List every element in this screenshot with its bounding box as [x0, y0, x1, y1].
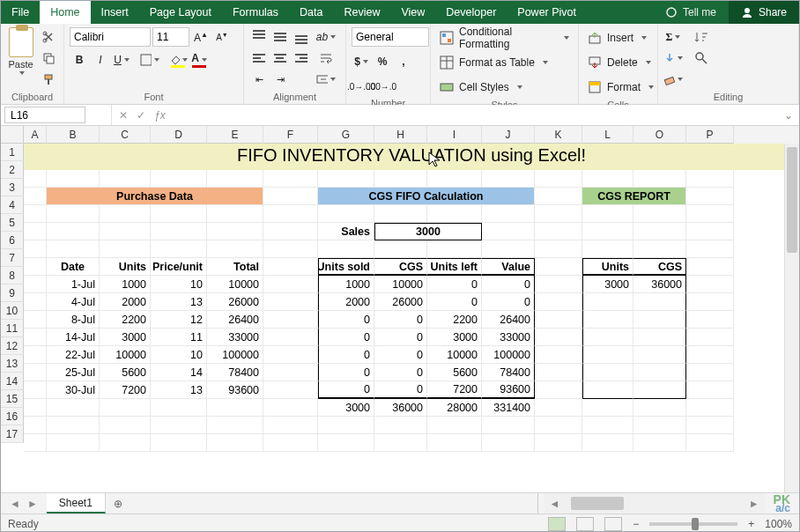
cell[interactable]: [535, 381, 582, 399]
cell[interactable]: [686, 329, 734, 346]
cell[interactable]: [263, 417, 318, 434]
cell[interactable]: 0: [374, 329, 427, 346]
format-painter-button[interactable]: [39, 70, 58, 89]
cell[interactable]: [633, 223, 686, 240]
cell[interactable]: [207, 417, 263, 434]
cell[interactable]: [47, 417, 100, 434]
cell[interactable]: [535, 170, 582, 188]
row-header-17[interactable]: 17: [1, 425, 24, 443]
cell[interactable]: 26400: [207, 311, 263, 329]
cell[interactable]: Units left: [427, 258, 482, 276]
cell[interactable]: 26000: [374, 293, 427, 311]
cell[interactable]: 7200: [427, 381, 482, 399]
sort-filter-button[interactable]: [692, 27, 711, 47]
clear-button[interactable]: [663, 70, 683, 89]
scroll-sheets-right-button[interactable]: ►: [27, 498, 38, 510]
col-header-A[interactable]: A: [24, 126, 47, 144]
cell[interactable]: [24, 434, 47, 452]
cell[interactable]: [24, 364, 47, 381]
cell[interactable]: 10000: [100, 346, 151, 364]
cell[interactable]: [207, 170, 263, 188]
cell[interactable]: [633, 434, 686, 452]
format-as-table-button[interactable]: Format as Table: [436, 52, 552, 73]
cell[interactable]: [535, 258, 582, 276]
insert-cells-button[interactable]: Insert: [584, 27, 650, 48]
cell[interactable]: [263, 258, 318, 276]
cell[interactable]: [100, 223, 151, 240]
col-header-E[interactable]: E: [207, 126, 263, 144]
cell[interactable]: 93600: [207, 381, 263, 399]
cell[interactable]: [100, 170, 151, 188]
tab-view[interactable]: View: [390, 1, 435, 24]
zoom-out-button[interactable]: −: [633, 518, 639, 530]
cell[interactable]: Units sold: [318, 258, 374, 276]
formula-input[interactable]: [173, 105, 778, 125]
row-header-3[interactable]: 3: [1, 179, 24, 196]
cell[interactable]: [151, 434, 207, 452]
cell[interactable]: [633, 329, 686, 346]
cell[interactable]: [482, 240, 535, 258]
cell[interactable]: 93600: [482, 381, 535, 399]
cell[interactable]: 14: [151, 364, 207, 381]
cell[interactable]: 100000: [482, 346, 535, 364]
cell[interactable]: [263, 188, 318, 205]
cell[interactable]: 0: [318, 381, 374, 399]
cell[interactable]: [686, 417, 734, 434]
cell[interactable]: [535, 293, 582, 311]
cell[interactable]: [263, 240, 318, 258]
cell[interactable]: 0: [374, 346, 427, 364]
cell[interactable]: 5600: [427, 364, 482, 381]
font-name-select[interactable]: [70, 27, 151, 47]
align-top-button[interactable]: [249, 27, 269, 47]
cell[interactable]: 2000: [318, 293, 374, 311]
tab-data[interactable]: Data: [289, 1, 333, 24]
fill-color-button[interactable]: [168, 50, 188, 70]
cell[interactable]: [151, 240, 207, 258]
cell[interactable]: 10: [151, 276, 207, 293]
cell-styles-button[interactable]: Cell Styles: [436, 77, 526, 98]
vertical-scrollbar[interactable]: [784, 144, 799, 492]
cell[interactable]: [535, 417, 582, 434]
cell[interactable]: [582, 170, 633, 188]
row-header-5[interactable]: 5: [1, 214, 24, 232]
tab-file[interactable]: File: [1, 1, 40, 24]
cell[interactable]: 331400: [482, 399, 535, 417]
cell[interactable]: [686, 399, 734, 417]
zoom-level[interactable]: 100%: [765, 518, 792, 530]
cell[interactable]: [535, 399, 582, 417]
cell[interactable]: [482, 434, 535, 452]
cell[interactable]: [263, 170, 318, 188]
cell[interactable]: 13: [151, 381, 207, 399]
row-header-7[interactable]: 7: [1, 249, 24, 267]
cell[interactable]: 11: [151, 329, 207, 346]
cell[interactable]: [582, 346, 633, 364]
cell[interactable]: 2000: [100, 293, 151, 311]
font-size-select[interactable]: [152, 27, 189, 47]
cell[interactable]: 14-Jul: [47, 329, 100, 346]
cell[interactable]: [24, 293, 47, 311]
cell[interactable]: [24, 276, 47, 293]
row-header-10[interactable]: 10: [1, 302, 24, 320]
cell[interactable]: 1000: [318, 276, 374, 293]
col-header-F[interactable]: F: [263, 126, 318, 144]
cell[interactable]: [374, 205, 427, 223]
cell[interactable]: [427, 240, 482, 258]
cell[interactable]: [633, 346, 686, 364]
sheet-tab-sheet1[interactable]: Sheet1: [47, 493, 106, 514]
row-header-4[interactable]: 4: [1, 196, 24, 214]
cell[interactable]: [374, 170, 427, 188]
cell[interactable]: 100000: [207, 346, 263, 364]
cell[interactable]: 25-Jul: [47, 364, 100, 381]
tab-developer[interactable]: Developer: [435, 1, 507, 24]
zoom-in-button[interactable]: +: [748, 518, 754, 530]
cell[interactable]: 33000: [482, 329, 535, 346]
cell[interactable]: [633, 381, 686, 399]
cell[interactable]: [24, 188, 47, 205]
cell[interactable]: [100, 417, 151, 434]
cell[interactable]: 0: [374, 381, 427, 399]
cell[interactable]: [100, 205, 151, 223]
cell[interactable]: 3000: [100, 329, 151, 346]
tab-power-pivot[interactable]: Power Pivot: [507, 1, 587, 24]
row-header-2[interactable]: 2: [1, 161, 24, 179]
cell[interactable]: [263, 364, 318, 381]
